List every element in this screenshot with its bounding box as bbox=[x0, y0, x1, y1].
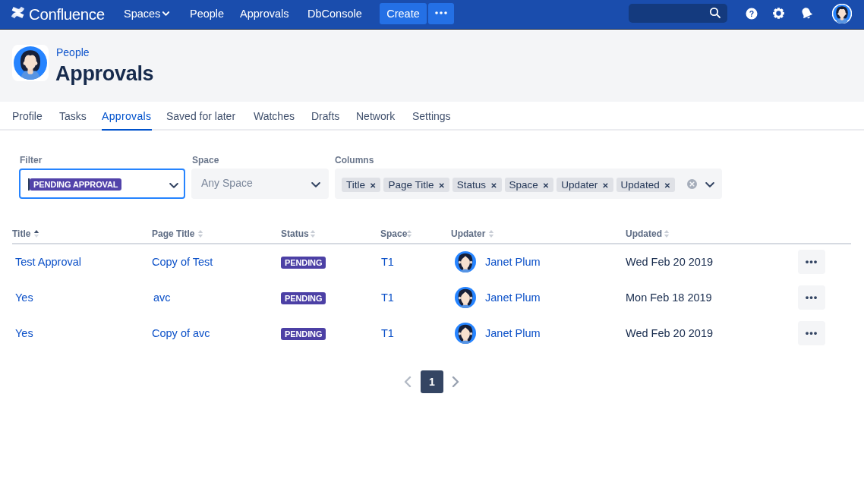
svg-text:?: ? bbox=[749, 9, 754, 18]
